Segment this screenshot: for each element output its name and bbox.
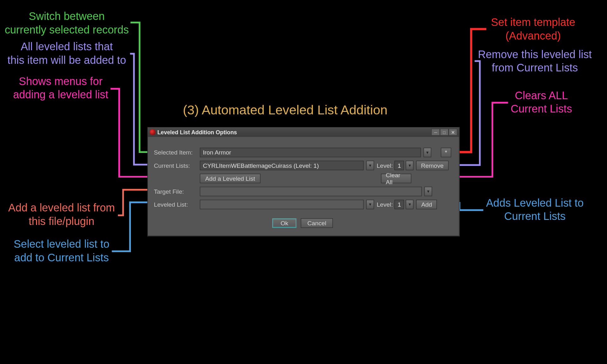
level-label-2: Level: [377, 201, 393, 208]
template-button[interactable]: * [441, 148, 451, 157]
leveled-list-drop-icon[interactable]: ▼ [366, 200, 374, 209]
level-2-drop-icon[interactable]: ▼ [406, 200, 414, 209]
level-1-drop-icon[interactable]: ▼ [406, 161, 414, 170]
selected-item-dropdown[interactable]: Iron Armor [200, 148, 421, 157]
cancel-button[interactable]: Cancel [301, 218, 333, 228]
annotation-remove-this: Remove this leveled listfrom Current Lis… [476, 48, 594, 75]
annotation-adds-list: Adds Leveled List toCurrent Lists [485, 196, 585, 223]
maximize-button[interactable]: □ [440, 129, 449, 136]
target-file-drop-icon[interactable]: ▼ [424, 187, 432, 196]
annotation-clears-all: Clears ALLCurrent Lists [510, 89, 573, 116]
ok-button[interactable]: Ok [272, 218, 297, 228]
selected-item-drop-icon[interactable]: ▼ [423, 148, 431, 157]
selected-item-label: Selected Item: [154, 149, 197, 156]
annotation-add-from-file: Add a leveled list fromthis file/plugin [6, 201, 117, 228]
add-button[interactable]: Add [416, 200, 437, 209]
annotation-switch-records: Switch betweencurrently selected records [3, 9, 131, 37]
remove-button[interactable]: Remove [416, 161, 449, 170]
level-input-1[interactable]: 1 [395, 161, 404, 170]
dialog-titlebar[interactable]: Leveled List Addition Options ─ □ ✕ [148, 127, 459, 137]
page-title: (3) Automated Leveled List Addition [183, 103, 388, 118]
level-input-2[interactable]: 1 [395, 200, 404, 209]
level-label-1: Level: [377, 162, 393, 169]
current-lists-dropdown[interactable]: CYRLItemWEBattlemageCuirass (Level: 1) [200, 161, 364, 170]
annotation-set-template: Set item template(Advanced) [487, 15, 579, 43]
dialog-title: Leveled List Addition Options [157, 129, 237, 136]
leveled-list-dropdown[interactable] [200, 200, 364, 209]
minimize-button[interactable]: ─ [431, 129, 440, 136]
clear-all-button[interactable]: Clear All [381, 174, 411, 183]
add-leveled-list-button[interactable]: Add a Leveled List [200, 174, 261, 183]
leveled-list-label: Leveled List: [154, 201, 197, 208]
annotation-all-lists: All leveled lists thatthis item will be … [3, 40, 130, 67]
app-icon [150, 129, 156, 135]
annotation-select-list: Select leveled list toadd to Current Lis… [12, 237, 111, 264]
current-lists-label: Current Lists: [154, 162, 197, 169]
target-file-dropdown[interactable] [200, 187, 422, 196]
dialog-leveled-list-options: Leveled List Addition Options ─ □ ✕ Sele… [147, 127, 459, 236]
annotation-shows-menus: Shows menus foradding a leveled list [10, 75, 111, 102]
target-file-label: Target File: [154, 188, 197, 195]
close-button[interactable]: ✕ [449, 129, 457, 136]
current-lists-drop-icon[interactable]: ▼ [366, 161, 374, 170]
